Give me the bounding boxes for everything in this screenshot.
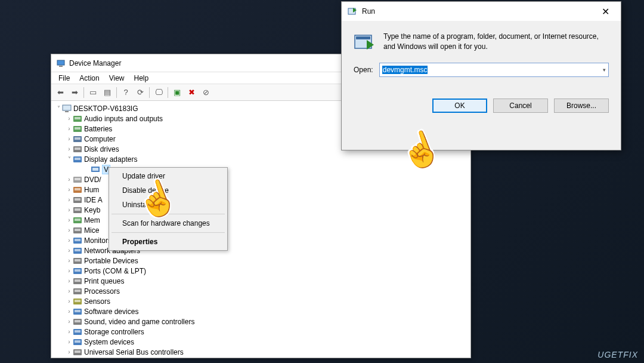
tree-category-node[interactable]: ›Sensors xyxy=(66,296,467,306)
toolbar-separator xyxy=(168,87,168,98)
chevron-right-icon[interactable]: › xyxy=(66,247,73,254)
tree-category-node[interactable]: ›Sound, video and game controllers xyxy=(66,316,467,327)
ctx-disable-device[interactable]: Disable device xyxy=(110,183,226,198)
chevron-right-icon[interactable]: › xyxy=(66,186,73,193)
tree-category-label: Audio inputs and outputs xyxy=(84,115,163,123)
toolbar-show-hide-icon[interactable]: ▭ xyxy=(86,86,100,99)
ok-button[interactable]: OK xyxy=(432,99,487,113)
device-category-icon xyxy=(73,287,82,296)
toolbar-back-icon[interactable]: ⬅ xyxy=(54,86,67,99)
chevron-right-icon[interactable]: › xyxy=(66,349,73,355)
chevron-right-icon[interactable]: › xyxy=(66,339,73,345)
device-category-icon xyxy=(73,277,82,285)
toolbar-separator xyxy=(149,87,150,98)
toolbar-disable-icon[interactable]: ⊘ xyxy=(199,86,212,99)
ctx-scan-changes[interactable]: Scan for hardware changes xyxy=(110,216,226,230)
ctx-properties[interactable]: Properties xyxy=(110,235,226,249)
svg-rect-41 xyxy=(75,300,80,302)
device-category-icon xyxy=(73,257,82,265)
tree-category-node[interactable]: ›Software devices xyxy=(66,306,467,316)
toolbar-help-icon[interactable]: ? xyxy=(119,86,132,99)
toolbar-properties-icon[interactable]: ▤ xyxy=(101,86,114,99)
run-open-value: devmgmt.msc xyxy=(382,66,428,74)
chevron-right-icon[interactable]: › xyxy=(66,115,73,122)
tree-category-node[interactable]: ›System devices xyxy=(66,337,467,347)
device-category-icon xyxy=(73,226,82,235)
context-menu: Update driver Disable device Uninstall S… xyxy=(109,167,228,251)
chevron-right-icon[interactable]: › xyxy=(66,196,73,203)
menu-file[interactable]: File xyxy=(54,73,75,84)
chevron-right-icon[interactable]: › xyxy=(66,136,73,142)
svg-rect-37 xyxy=(75,279,80,282)
toolbar-uninstall-icon[interactable]: ✖ xyxy=(185,86,198,99)
tree-category-node[interactable]: ›Portable Devices xyxy=(66,256,467,266)
tree-category-node[interactable]: ›Ports (COM & LPT) xyxy=(66,266,467,276)
chevron-right-icon[interactable]: › xyxy=(66,308,73,315)
run-button-row: OK Cancel Browse... xyxy=(342,77,621,113)
chevron-right-icon[interactable]: › xyxy=(66,217,73,223)
menu-help[interactable]: Help xyxy=(129,73,154,84)
chevron-right-icon[interactable]: › xyxy=(66,318,73,325)
chevron-down-icon[interactable]: ˅ xyxy=(66,156,73,162)
svg-rect-39 xyxy=(75,290,80,292)
svg-rect-0 xyxy=(57,60,64,65)
svg-rect-49 xyxy=(75,340,80,343)
run-open-row: Open: devmgmt.msc ▾ xyxy=(342,53,621,77)
run-body: Type the name of a program, folder, docu… xyxy=(342,21,621,53)
display-adapter-icon xyxy=(91,165,100,174)
close-icon[interactable]: ✕ xyxy=(596,6,615,17)
svg-rect-7 xyxy=(75,127,80,130)
chevron-right-icon[interactable]: › xyxy=(66,278,73,284)
ctx-uninstall[interactable]: Uninstall xyxy=(110,198,226,212)
browse-button[interactable]: Browse... xyxy=(554,99,609,113)
tree-category-node[interactable]: ˅Display adapters xyxy=(66,154,467,164)
svg-rect-13 xyxy=(75,158,80,160)
toolbar-scan-icon[interactable]: ⟳ xyxy=(134,86,147,99)
chevron-right-icon[interactable]: › xyxy=(66,328,73,335)
device-category-icon xyxy=(73,145,82,153)
tree-category-node[interactable]: ›Processors xyxy=(66,286,467,296)
chevron-right-icon[interactable]: › xyxy=(66,146,73,152)
toolbar-update-icon[interactable]: ▣ xyxy=(171,86,184,99)
watermark: UGETFIX xyxy=(597,350,638,359)
run-dialog: Run ✕ Type the name of a program, folder… xyxy=(341,1,621,150)
menu-action[interactable]: Action xyxy=(75,73,104,84)
chevron-right-icon[interactable]: › xyxy=(66,267,73,274)
tree-category-node[interactable]: ›Print queues xyxy=(66,276,467,286)
chevron-right-icon[interactable]: › xyxy=(66,207,73,213)
chevron-down-icon[interactable]: ˅ xyxy=(55,105,62,112)
run-title: Run xyxy=(362,7,596,16)
chevron-right-icon[interactable]: › xyxy=(66,257,73,264)
svg-rect-21 xyxy=(75,198,80,201)
tree-category-label: Keyb xyxy=(84,206,100,214)
run-titlebar[interactable]: Run ✕ xyxy=(342,2,621,21)
svg-rect-35 xyxy=(75,269,80,272)
chevron-right-icon[interactable]: › xyxy=(66,227,73,233)
device-category-icon xyxy=(73,115,82,123)
device-category-icon xyxy=(73,318,82,326)
menu-view[interactable]: View xyxy=(104,73,129,84)
svg-rect-45 xyxy=(75,320,80,322)
device-category-icon xyxy=(73,267,82,275)
run-open-combobox[interactable]: devmgmt.msc ▾ xyxy=(379,63,609,77)
chevron-right-icon[interactable]: › xyxy=(66,237,73,244)
svg-rect-9 xyxy=(75,137,80,140)
root-node-label: DESKTOP-V6183IG xyxy=(73,104,138,113)
device-category-icon xyxy=(73,348,82,356)
ctx-update-driver[interactable]: Update driver xyxy=(110,169,226,183)
chevron-down-icon[interactable]: ▾ xyxy=(603,67,606,73)
device-category-icon xyxy=(73,307,82,316)
tree-category-label: Batteries xyxy=(84,125,112,133)
toolbar-forward-icon[interactable]: ➡ xyxy=(68,86,81,99)
cancel-button[interactable]: Cancel xyxy=(493,99,548,113)
chevron-right-icon[interactable]: › xyxy=(66,298,73,304)
tree-category-node[interactable]: ›Storage controllers xyxy=(66,327,467,337)
chevron-right-icon[interactable]: › xyxy=(66,176,73,183)
toolbar-monitor-icon[interactable]: 🖵 xyxy=(152,86,165,99)
svg-rect-3 xyxy=(65,111,69,112)
chevron-right-icon[interactable]: › xyxy=(66,288,73,294)
tree-category-label: Print queues xyxy=(84,277,124,285)
tree-category-node[interactable]: ›Universal Serial Bus controllers xyxy=(66,347,467,357)
svg-rect-17 xyxy=(75,178,80,180)
chevron-right-icon[interactable]: › xyxy=(66,125,73,132)
